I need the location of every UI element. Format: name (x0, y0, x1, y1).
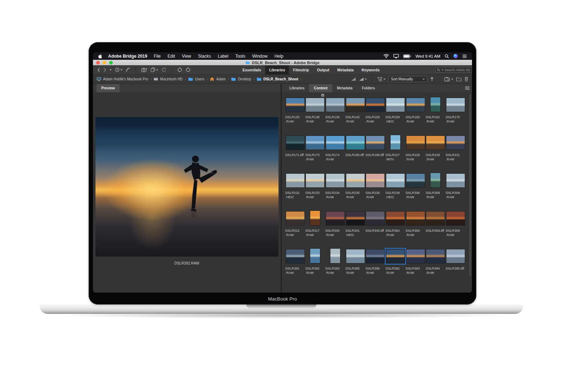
grid-item[interactable]: DSLR309.RAW (445, 169, 466, 207)
panel-menu-icon[interactable] (465, 86, 469, 90)
thumbnail-image[interactable] (406, 212, 425, 225)
thumbnail-image[interactable] (326, 136, 344, 150)
menu-label[interactable]: Label (218, 54, 228, 59)
thumbnail-image[interactable] (286, 98, 304, 112)
thumbnail-image[interactable] (286, 174, 304, 187)
menu-view[interactable]: View (182, 54, 191, 59)
grid-item[interactable]: DSLR341.HEIC (345, 207, 365, 245)
grid-item[interactable]: DSLR306.RAW (405, 169, 426, 207)
active-app-name[interactable]: Adobe Bridge 2019 (108, 54, 147, 59)
thumbnail-image[interactable] (366, 136, 384, 150)
notification-center-icon[interactable] (462, 54, 467, 58)
thumbnail-image[interactable] (391, 135, 400, 150)
grid-item[interactable]: DSLR173.RAW (305, 132, 325, 169)
grid-item[interactable]: DSLR345.tiff (365, 207, 386, 245)
thumbnail-image[interactable] (366, 249, 384, 263)
batch-rename-button[interactable] (151, 67, 158, 72)
breadcrumb-item[interactable]: Users (188, 77, 204, 81)
tab-folders[interactable]: Folders (357, 84, 379, 92)
grid-item[interactable]: DSLR185.tiff (345, 132, 365, 169)
grid-item[interactable]: DSLR139.RAW (325, 94, 345, 132)
grid-item[interactable]: DSLR186.tiff (365, 132, 386, 169)
boomerang-return-button[interactable] (126, 67, 130, 72)
grid-item[interactable]: DSLR366.RAW (405, 207, 426, 245)
apple-menu-icon[interactable] (98, 54, 102, 59)
thumbnail-image[interactable] (446, 98, 465, 112)
thumbnail-image[interactable] (310, 211, 320, 225)
grid-item[interactable]: DSLR162.RAW (426, 94, 446, 132)
grid-item[interactable]: DSLR228.RAW (405, 132, 426, 169)
rotate-right-button[interactable] (186, 67, 191, 72)
grid-item[interactable]: DSLR317.RAW (305, 207, 325, 245)
thumbnail-image[interactable] (446, 249, 465, 263)
breadcrumb-item[interactable]: DSLR_Beach_Shoot (257, 77, 298, 81)
sort-ascending-button[interactable] (430, 77, 434, 81)
thumbnail-image[interactable] (366, 212, 384, 225)
thumbnail-image[interactable] (346, 136, 365, 150)
grid-item[interactable]: DSLR382.RAW (305, 245, 325, 283)
menu-window[interactable]: Window (252, 54, 268, 59)
thumbnail-image[interactable] (406, 136, 425, 150)
thumbnail-image[interactable] (286, 249, 304, 263)
grid-item[interactable]: DSLR160.RAW (405, 94, 426, 132)
thumbnail-image[interactable] (286, 136, 304, 150)
thumbnail-image[interactable] (306, 98, 324, 112)
tab-content[interactable]: Content (309, 84, 332, 92)
thumbnail-image[interactable] (326, 212, 344, 225)
rotate-left-button[interactable] (177, 67, 182, 72)
breadcrumb-item[interactable]: Adam (210, 77, 226, 81)
grid-item[interactable]: DSLR369.RAW (445, 207, 466, 245)
grid-item[interactable]: DSLR235.RAW (345, 169, 365, 207)
battery-icon[interactable] (403, 54, 411, 58)
thumbnail-image[interactable] (431, 173, 440, 187)
recent-items-button[interactable] (115, 67, 122, 72)
menu-bar-clock[interactable]: Wed 9:41 AM (415, 54, 440, 58)
filter-rating-icon[interactable] (359, 77, 367, 81)
menu-edit[interactable]: Edit (168, 54, 175, 59)
grid-item[interactable]: DSLR385.RAW (345, 245, 365, 283)
grid-item[interactable]: DSLR364.RAW (385, 207, 405, 245)
thumbnail-image[interactable] (346, 249, 365, 263)
delete-trash-button[interactable] (464, 77, 468, 81)
grid-item[interactable]: DSLR308.RAW (426, 169, 446, 207)
thumbnail-image[interactable] (386, 174, 405, 187)
grid-item[interactable]: DSLR381.RAW (285, 245, 305, 283)
thumbnail-image[interactable] (286, 212, 304, 225)
workspace-tab-metadata[interactable]: Metadata (333, 65, 358, 75)
adobe-stock-search-input[interactable]: Search Adobe Stock (435, 67, 472, 72)
workspace-tab-keywords[interactable]: Keywords (358, 65, 384, 75)
window-title-bar[interactable]: DSLR_Beach_Shoot - Adobe Bridge (93, 60, 472, 65)
tab-metadata[interactable]: Metadata (332, 84, 357, 92)
grid-item[interactable]: DSLR394.RAW (426, 245, 446, 283)
airplay-display-icon[interactable] (393, 54, 399, 58)
grid-item[interactable]: DSLR383.RAW (325, 245, 345, 283)
thumbnail-image[interactable] (386, 249, 405, 263)
thumbnail-image[interactable] (406, 249, 425, 263)
thumbnail-image[interactable] (446, 212, 465, 225)
thumbnail-image[interactable] (431, 97, 440, 112)
preview-image[interactable] (95, 117, 279, 257)
tab-preview[interactable]: Preview (97, 84, 120, 92)
spotlight-search-icon[interactable] (445, 54, 449, 58)
filter-funnel-button[interactable] (377, 77, 386, 81)
menu-file[interactable]: File (154, 54, 161, 59)
scrollbar[interactable] (469, 94, 471, 276)
thumbnail-image[interactable] (326, 174, 344, 187)
grid-item[interactable]: DSLR171.tiff (285, 132, 305, 169)
breadcrumb-item[interactable]: Macintosh HD (153, 77, 183, 81)
get-photos-from-camera-button[interactable] (141, 68, 147, 72)
thumbnail-image[interactable] (326, 98, 344, 112)
grid-item[interactable]: DSLR312.RAW (285, 207, 305, 245)
grid-item[interactable]: DSLR239.HEIC (385, 169, 405, 207)
siri-icon[interactable] (453, 54, 458, 58)
workspace-tab-output[interactable]: Output (313, 65, 333, 75)
thumbnail-image[interactable] (446, 174, 465, 187)
grid-item[interactable]: DSLR120.RAW (285, 94, 305, 132)
grid-item[interactable]: DSLR174.RAW (325, 132, 345, 169)
grid-item[interactable]: DSLR386.RAW (365, 245, 386, 283)
workspace-more-icon[interactable] (362, 69, 365, 71)
grid-item[interactable]: DSLR233.RAW (305, 169, 325, 207)
grid-item[interactable]: DSLR236.RAW (365, 169, 386, 207)
grid-item[interactable]: DSLR170.RAW (445, 94, 466, 132)
grid-item[interactable]: DSLR227.MOV (385, 132, 405, 169)
